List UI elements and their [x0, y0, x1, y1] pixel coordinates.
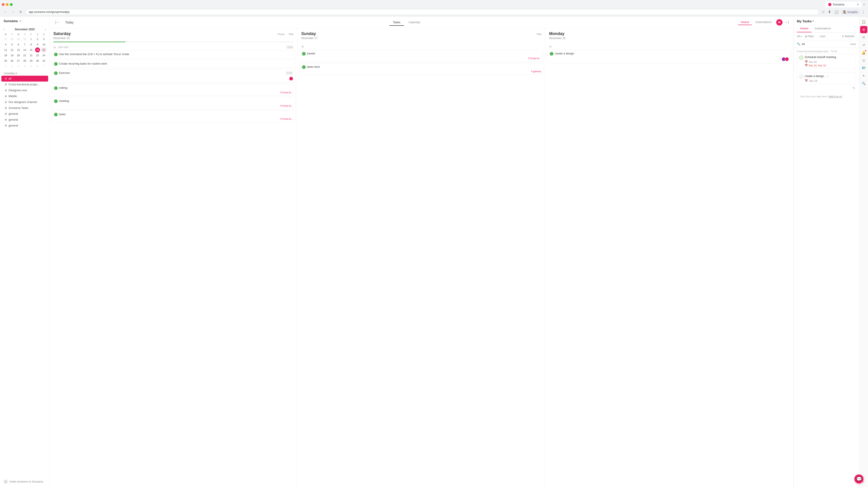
cal-day[interactable]: 27 [16, 58, 21, 63]
sidebar-item-general-2[interactable]: # general [1, 117, 48, 123]
panel-sort-btn[interactable]: ↕ Sort [817, 34, 827, 38]
panel-task-item-create-design[interactable]: ✓ create a design ↗ 📅 Dec 18 [797, 72, 856, 84]
task-card-travels[interactable]: travels # Cross-fu... [300, 50, 544, 62]
add-by-url-link[interactable]: Add it by url [829, 95, 842, 98]
cal-day[interactable]: 2 [9, 64, 14, 69]
cal-day-today[interactable]: 16 [35, 47, 40, 53]
sidebar-header[interactable]: Sunsama ▼ [0, 17, 50, 26]
cal-day[interactable]: 5 [29, 64, 34, 69]
cal-day[interactable]: 14 [22, 47, 27, 53]
sidebar-item-all[interactable]: # all [1, 76, 48, 82]
task-card-tasks-here[interactable]: tasks here # general [300, 63, 544, 75]
cal-day[interactable]: 2 [35, 37, 40, 41]
tab-tasks[interactable]: Tasks [389, 19, 404, 26]
task-checkbox[interactable] [54, 71, 58, 75]
task-checkbox[interactable] [54, 113, 58, 116]
cal-day[interactable]: 1 [3, 64, 8, 69]
window-max-btn[interactable] [10, 3, 13, 6]
calendar-prev-btn[interactable]: ‹ [3, 27, 5, 31]
right-icon-mail-btn[interactable]: ✉ [860, 34, 867, 41]
tab-calendar[interactable]: Calendar [405, 19, 424, 26]
task-card-create-design[interactable]: create a design [547, 50, 792, 63]
task-checkbox[interactable] [54, 99, 58, 103]
panel-search-input[interactable] [802, 42, 849, 46]
task-checkbox[interactable] [54, 86, 58, 90]
right-icon-location-btn[interactable]: ◎ [860, 57, 867, 64]
sidebar-item-cross-functional[interactable]: # Cross-functional projec... [1, 82, 48, 88]
sidebar-item-general-1[interactable]: # general [1, 111, 48, 117]
panel-task-item-schedule-kickoff[interactable]: ✓ Schedule kickoff meeting 📅 Dec 20 📅 De… [797, 54, 856, 69]
cal-day[interactable]: 6 [35, 64, 40, 69]
reload-btn[interactable]: ↻ [18, 9, 24, 15]
right-icon-card-btn[interactable]: 🪪 [860, 64, 867, 72]
task-card-create-recurring[interactable]: Create recurring tasks for routine work [52, 60, 296, 68]
day-action-plan-sat[interactable]: Plan [289, 33, 294, 35]
cal-day[interactable]: 19 [9, 53, 14, 58]
cal-day[interactable]: 27 [3, 37, 8, 41]
sidebar-item-designers-channel[interactable]: # Our designers channel [1, 99, 48, 105]
task-checkbox[interactable] [54, 62, 58, 66]
cal-day[interactable]: 13 [16, 47, 21, 53]
cal-day[interactable]: 1 [29, 37, 34, 41]
window-min-btn[interactable] [6, 3, 8, 6]
cal-day[interactable]: 29 [16, 37, 21, 41]
cal-day[interactable]: 10 [41, 42, 46, 47]
task-checkbox[interactable] [302, 65, 306, 69]
cal-day[interactable]: 18 [3, 53, 8, 58]
day-action-focus[interactable]: Focus [278, 33, 285, 35]
cal-day[interactable]: 29 [29, 58, 34, 63]
right-icon-grid-btn[interactable]: ⊞ [860, 26, 867, 33]
url-bar[interactable]: app.sunsama.com/group/moodjoy [25, 9, 819, 15]
cal-day[interactable]: 30 [22, 37, 27, 41]
panel-task-done-btn[interactable]: ✓ [799, 56, 803, 60]
collapse-sidebar-btn[interactable]: |← [54, 20, 61, 25]
panel-tab-asana[interactable]: Asana [738, 20, 752, 25]
cal-day[interactable]: 7 [41, 64, 46, 69]
cal-day[interactable]: 15 [29, 47, 34, 53]
panel-tab-automations[interactable]: Automations [753, 20, 774, 25]
right-icon-notification-btn[interactable]: 🔔 [860, 49, 867, 56]
panel-reset-btn[interactable]: reset [850, 43, 856, 45]
cal-day-selected[interactable]: 17 [41, 47, 46, 53]
panel-task-check-btn[interactable]: ✓ [799, 74, 803, 78]
cal-day[interactable]: 30 [35, 58, 40, 63]
back-btn[interactable]: ← [3, 9, 8, 15]
add-task-btn-saturday[interactable]: ⊕ Add task 0:55 [52, 44, 296, 51]
invite-item[interactable]: Invite someone to Sunsama [4, 479, 46, 485]
extensions-icon[interactable]: ⬜ [833, 9, 839, 15]
panel-filter-all-label[interactable]: All ▾ [797, 35, 802, 38]
right-icon-search-btn[interactable]: 🔍 [860, 80, 867, 87]
right-icon-refresh-btn[interactable]: ↺ [860, 41, 867, 48]
cal-day[interactable]: 22 [29, 53, 34, 58]
panel-task-external-link[interactable]: ↗ [826, 75, 828, 78]
task-checkbox[interactable] [302, 52, 306, 56]
cal-day[interactable]: 28 [22, 58, 27, 63]
task-card-tasks-sat[interactable]: tasks # Cross-fu... [52, 110, 296, 123]
expand-panel-btn[interactable]: →| [784, 20, 789, 24]
cal-day[interactable]: 28 [9, 37, 14, 41]
bookmark-icon[interactable]: ☆ [821, 9, 826, 15]
task-card-meeting[interactable]: meeting # Cross-fu... [52, 97, 296, 109]
panel-refresh-btn[interactable]: ↻ Refresh [841, 34, 856, 38]
panel-filter-btn[interactable]: ⊞ Filter [804, 34, 815, 38]
cal-day[interactable]: 24 [41, 53, 46, 58]
cal-day[interactable]: 9 [35, 42, 40, 47]
cal-day[interactable]: 12 [9, 47, 14, 53]
cal-day[interactable]: 4 [3, 42, 8, 47]
task-checkbox[interactable] [54, 53, 58, 56]
task-card-editing[interactable]: editing # Cross-fu... [52, 84, 296, 96]
tab-close-btn[interactable]: ✕ [857, 3, 859, 6]
task-checkbox[interactable] [550, 52, 553, 56]
cal-day[interactable]: 8 [29, 42, 34, 47]
forward-btn[interactable]: → [10, 9, 16, 15]
task-card-exercise[interactable]: Exercise 0:15 [52, 69, 296, 83]
day-action-plan-sun[interactable]: Plan [537, 33, 541, 35]
window-close-btn[interactable] [2, 3, 4, 6]
browser-tab-active[interactable]: Sunsama ✕ [826, 2, 862, 7]
today-btn[interactable]: Today [63, 20, 75, 25]
sidebar-item-designers-one[interactable]: # Designers-one [1, 88, 48, 93]
download-icon[interactable]: ⬇ [827, 9, 832, 15]
right-icon-star-btn[interactable]: ✦ [860, 72, 867, 79]
fab-chat-btn[interactable]: 💬 [855, 475, 864, 484]
cal-day[interactable]: 4 [22, 64, 27, 69]
